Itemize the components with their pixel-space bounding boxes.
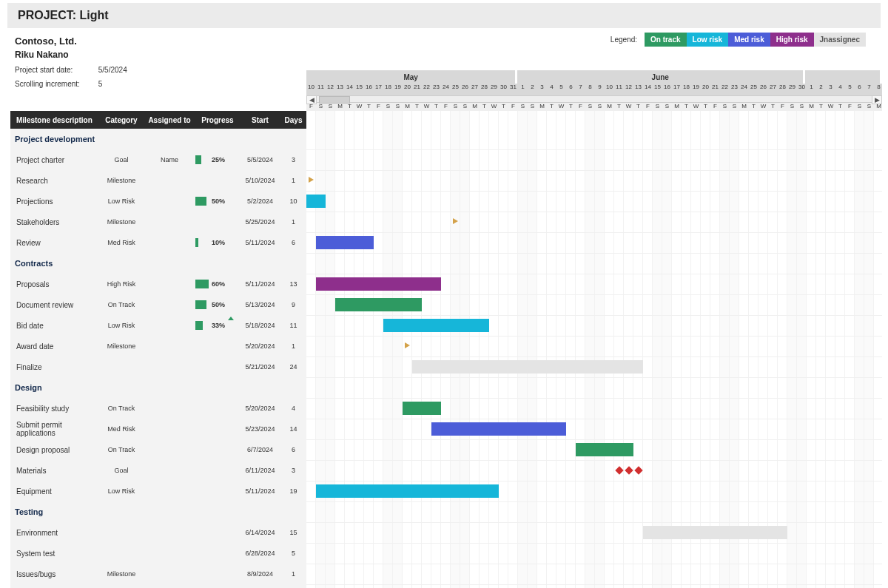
month-cell bbox=[805, 70, 882, 84]
table-row[interactable]: EquipmentLow Risk5/11/202419 bbox=[10, 481, 306, 501]
cell-start: 6/28/2024 bbox=[240, 550, 280, 557]
gantt-bar[interactable] bbox=[306, 195, 326, 208]
day-number: 17 bbox=[672, 84, 682, 95]
day-number: 24 bbox=[441, 84, 451, 95]
cell-start: 8/9/2024 bbox=[240, 570, 280, 578]
progress-value: 25% bbox=[212, 154, 225, 166]
cell-days: 13 bbox=[280, 280, 306, 288]
table-row[interactable]: Project charterGoalName25%5/5/20243 bbox=[10, 149, 306, 170]
day-number: 15 bbox=[354, 84, 364, 95]
progress-value: 33% bbox=[212, 320, 225, 331]
day-number: 20 bbox=[403, 84, 412, 95]
phase-header: Project development bbox=[10, 129, 306, 149]
cell-description: Research bbox=[10, 177, 99, 185]
progress-bar bbox=[195, 197, 206, 206]
cell-description: Project charter bbox=[10, 156, 99, 164]
progress-value: 50% bbox=[212, 299, 225, 311]
day-number: 8 bbox=[874, 84, 884, 95]
day-number: 2 bbox=[528, 84, 537, 95]
table-row[interactable]: Submit permit applicationsMed Risk5/23/2… bbox=[10, 419, 306, 439]
table-row[interactable]: MaterialsGoal6/11/20243 bbox=[10, 460, 306, 481]
cell-description: Equipment bbox=[10, 487, 99, 496]
meta-start-label: Project start date: bbox=[15, 66, 96, 74]
cell-category: Goal bbox=[99, 467, 144, 474]
table-row[interactable]: Document reviewOn Track50%5/13/20249 bbox=[10, 294, 306, 315]
table-row[interactable]: ProjectionsLow Risk50%5/2/202410 bbox=[10, 191, 306, 212]
legend-label: Legend: bbox=[610, 36, 637, 44]
legend-chip: Low risk bbox=[687, 33, 729, 47]
milestone-flag-icon bbox=[309, 177, 314, 183]
cell-days: 5 bbox=[280, 550, 306, 557]
table-row[interactable]: Award dateMilestone5/20/20241 bbox=[10, 336, 306, 356]
table-row[interactable]: System test6/28/20245 bbox=[10, 543, 306, 564]
progress-value: 50% bbox=[212, 195, 225, 207]
cell-category: High Risk bbox=[99, 280, 144, 288]
cell-days: 19 bbox=[280, 487, 306, 495]
cell-description: Feasibility study bbox=[10, 405, 99, 413]
cell-progress: 25% bbox=[195, 154, 240, 166]
table-row[interactable]: Finalize5/21/202424 bbox=[10, 356, 306, 377]
cell-days: 4 bbox=[280, 405, 306, 412]
day-number: 20 bbox=[701, 84, 710, 95]
legend-chip: High risk bbox=[770, 33, 814, 47]
cell-progress: 60% bbox=[195, 278, 240, 290]
cell-days: 11 bbox=[280, 322, 306, 329]
cell-assigned: Name bbox=[144, 156, 195, 163]
gantt-bar[interactable] bbox=[431, 422, 566, 436]
table-row[interactable]: Design proposalOn Track6/7/20246 bbox=[10, 439, 306, 460]
scroll-handle[interactable] bbox=[319, 96, 350, 104]
day-number: 18 bbox=[383, 84, 393, 95]
day-number: 12 bbox=[326, 84, 335, 95]
day-number: 2 bbox=[816, 84, 826, 95]
col-progress: Progress bbox=[195, 116, 240, 124]
table-row[interactable]: Issues/bugsMilestone8/9/20241 bbox=[10, 564, 306, 584]
scroll-right-icon[interactable]: ▶ bbox=[872, 95, 882, 104]
cell-category: On Track bbox=[99, 405, 144, 412]
legend-chip: Med risk bbox=[728, 33, 770, 47]
cell-progress: 50% bbox=[195, 195, 240, 207]
cell-category: Milestone bbox=[99, 177, 144, 184]
day-number: 23 bbox=[431, 84, 441, 95]
cell-days: 1 bbox=[280, 218, 306, 226]
cell-start: 5/20/2024 bbox=[240, 405, 280, 412]
table-row[interactable]: ResearchMilestone5/10/20241 bbox=[10, 170, 306, 191]
cell-progress: 50% bbox=[195, 299, 240, 311]
table-row[interactable]: Feasibility studyOn Track5/20/20244 bbox=[10, 398, 306, 419]
cell-start: 5/23/2024 bbox=[240, 425, 280, 433]
cell-description: Document review bbox=[10, 301, 99, 309]
gantt-bar[interactable] bbox=[576, 443, 633, 456]
cell-days: 10 bbox=[280, 197, 306, 205]
table-row[interactable]: ReviewMed Risk10%5/11/20246 bbox=[10, 232, 306, 253]
day-number: 21 bbox=[710, 84, 720, 95]
cell-days: 9 bbox=[280, 301, 306, 308]
day-number: 14 bbox=[643, 84, 653, 95]
gantt-bar[interactable] bbox=[403, 402, 441, 415]
gantt-bar[interactable] bbox=[335, 298, 422, 311]
gantt-bar[interactable] bbox=[316, 277, 441, 291]
table-row[interactable]: Environment6/14/202415 bbox=[10, 522, 306, 543]
table-row[interactable]: ProposalsHigh Risk60%5/11/202413 bbox=[10, 274, 306, 294]
gantt-bar[interactable] bbox=[643, 526, 787, 539]
legend: Legend: On trackLow riskMed riskHigh ris… bbox=[610, 36, 866, 44]
gantt-bar[interactable] bbox=[383, 319, 489, 332]
milestone-flag-icon bbox=[453, 218, 458, 224]
day-number: 27 bbox=[470, 84, 480, 95]
cell-days: 1 bbox=[280, 177, 306, 184]
day-number: 14 bbox=[345, 84, 354, 95]
day-number: 30 bbox=[797, 84, 807, 95]
gantt-bar[interactable] bbox=[316, 236, 374, 249]
gantt-bar[interactable] bbox=[412, 360, 643, 374]
table-row[interactable]: StakeholdersMilestone5/25/20241 bbox=[10, 212, 306, 232]
day-number: 15 bbox=[653, 84, 662, 95]
timeline-scrollbar[interactable]: ◀ ▶ bbox=[306, 95, 882, 103]
cell-start: 5/2/2024 bbox=[240, 197, 280, 205]
day-number: 1 bbox=[518, 84, 528, 95]
cell-start: 6/11/2024 bbox=[240, 467, 280, 474]
gantt-bar[interactable] bbox=[316, 484, 499, 498]
scroll-left-icon[interactable]: ◀ bbox=[306, 95, 317, 104]
cell-description: Environment bbox=[10, 529, 99, 537]
cell-description: Finalize bbox=[10, 363, 99, 371]
table-row[interactable]: Bid dateLow Risk33%5/18/202411 bbox=[10, 315, 306, 336]
cell-progress: 10% bbox=[195, 237, 240, 249]
day-number: 1 bbox=[807, 84, 816, 95]
